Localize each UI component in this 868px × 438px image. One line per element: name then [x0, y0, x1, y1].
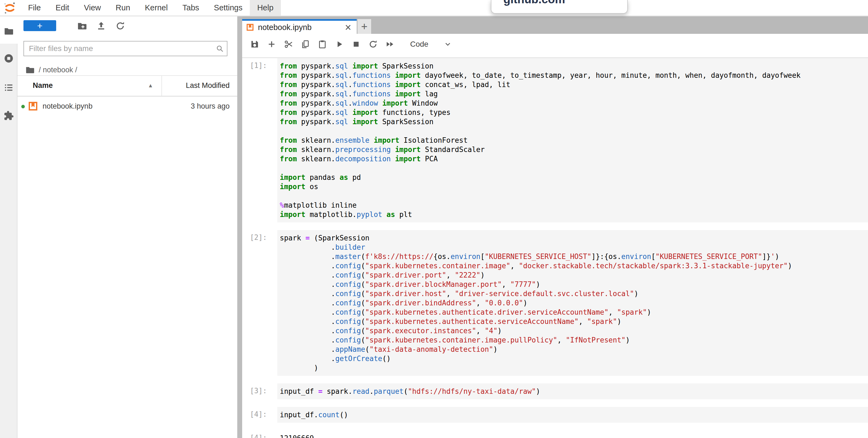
breadcrumb-path[interactable]: / notebook / — [39, 66, 77, 74]
cell-type-dropdown[interactable]: Code — [410, 40, 428, 49]
file-filter-input[interactable] — [24, 41, 227, 56]
cell-output: [4]: 12106669 — [242, 430, 868, 438]
output-text[interactable]: 12106669 — [277, 430, 868, 438]
menu-run[interactable]: Run — [108, 0, 137, 16]
code-cell: [2]: spark = (SparkSession .builder .mas… — [242, 230, 868, 376]
browser-popup: github.com — [491, 0, 628, 13]
file-name[interactable]: notebook.ipynb — [42, 102, 92, 111]
refresh-icon[interactable] — [115, 21, 125, 31]
fast-forward-icon[interactable] — [385, 39, 395, 49]
notebook-file-icon — [28, 101, 38, 111]
home-folder-icon[interactable] — [25, 65, 35, 75]
code-cell: [3]: input_df = spark.read.parquet("hdfs… — [242, 383, 868, 399]
new-tab-button[interactable]: + — [358, 19, 371, 34]
copy-icon[interactable] — [301, 39, 310, 49]
notebook-scroll-area[interactable]: [1]: from pyspark.sql import SparkSessio… — [242, 58, 868, 438]
puzzle-icon[interactable] — [4, 111, 14, 121]
cut-icon[interactable] — [284, 39, 293, 49]
menu-settings[interactable]: Settings — [207, 0, 250, 16]
tab-notebook[interactable]: notebook.ipynb × — [242, 19, 357, 34]
cell-editor[interactable]: spark = (SparkSession .builder .master(f… — [277, 230, 868, 376]
tab-bar: notebook.ipynb × + — [242, 17, 868, 34]
notebook-cells: [1]: from pyspark.sql import SparkSessio… — [242, 58, 868, 438]
panel-splitter[interactable] — [237, 17, 242, 438]
menu-file[interactable]: File — [21, 0, 48, 16]
list-icon[interactable] — [4, 82, 14, 93]
kernel-running-indicator — [21, 105, 25, 108]
menu-bar: File Edit View Run Kernel Tabs Settings … — [0, 0, 868, 17]
menu-edit[interactable]: Edit — [48, 0, 76, 16]
column-header-name[interactable]: Name — [33, 81, 53, 90]
file-row[interactable]: notebook.ipynb 3 hours ago — [18, 97, 237, 116]
paste-icon[interactable] — [317, 39, 327, 49]
cell-prompt: [1]: — [242, 58, 277, 223]
menu-view[interactable]: View — [76, 0, 108, 16]
save-icon[interactable] — [250, 39, 259, 49]
file-list-header: Name ▲ Last Modified — [18, 75, 237, 97]
notebook-toolbar: Code — [242, 34, 868, 58]
cell-prompt: [4]: — [242, 407, 277, 423]
search-icon — [215, 44, 224, 53]
cell-editor[interactable]: from pyspark.sql import SparkSessionfrom… — [277, 58, 868, 223]
new-folder-icon[interactable] — [77, 21, 87, 31]
menu-kernel[interactable]: Kernel — [137, 0, 175, 16]
main-dock: notebook.ipynb × + — [242, 17, 868, 438]
file-modified: 3 hours ago — [191, 102, 229, 111]
add-cell-icon[interactable] — [267, 39, 277, 49]
stop-circle-icon[interactable] — [4, 53, 14, 64]
close-icon[interactable]: × — [345, 23, 351, 31]
run-icon[interactable] — [334, 39, 344, 49]
jupyter-logo-icon — [3, 1, 17, 14]
cell-prompt: [2]: — [242, 230, 277, 376]
restart-icon[interactable] — [368, 39, 378, 49]
column-divider — [161, 76, 162, 96]
code-cell: [1]: from pyspark.sql import SparkSessio… — [242, 58, 868, 223]
notebook-file-icon — [246, 23, 254, 31]
cell-prompt: [3]: — [242, 383, 277, 399]
sort-ascending-icon[interactable]: ▲ — [148, 82, 153, 89]
popup-domain-text: github.com — [503, 0, 565, 6]
tab-label: notebook.ipynb — [258, 23, 345, 32]
file-filter — [24, 41, 227, 56]
folder-icon[interactable] — [4, 26, 14, 36]
cell-editor[interactable]: input_df.count() — [277, 407, 868, 423]
upload-icon[interactable] — [96, 21, 106, 31]
code-cell: [4]: input_df.count() — [242, 407, 868, 423]
activity-bar — [0, 17, 18, 438]
cell-prompt: [4]: — [242, 430, 277, 438]
new-launcher-button[interactable]: + — [24, 20, 56, 31]
file-browser-panel: + / notebook / Name ▲ Last Modified — [18, 17, 237, 438]
chevron-down-icon[interactable] — [444, 40, 452, 48]
cell-editor[interactable]: input_df = spark.read.parquet("hdfs://hd… — [277, 383, 868, 399]
menu-help[interactable]: Help — [250, 0, 281, 16]
stop-icon[interactable] — [351, 39, 361, 49]
column-header-modified[interactable]: Last Modified — [186, 81, 229, 90]
menu-tabs[interactable]: Tabs — [175, 0, 207, 16]
